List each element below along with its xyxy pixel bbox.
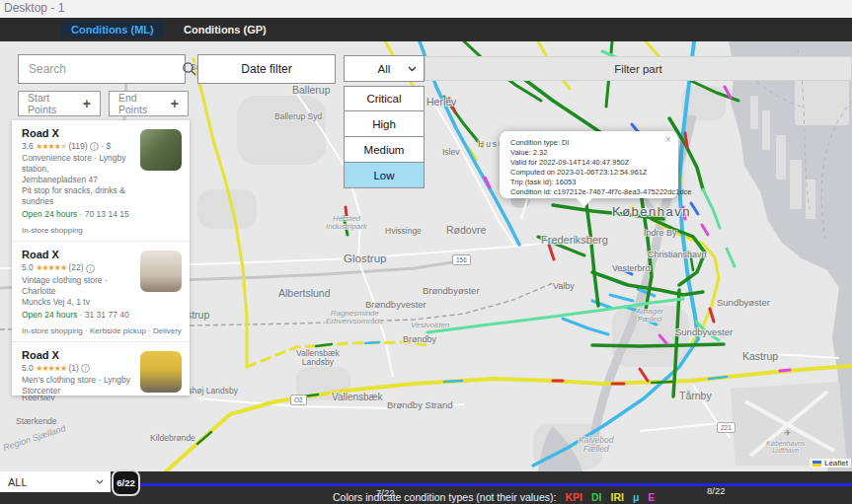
- map-label-staerkende: Stærkende: [16, 417, 57, 426]
- search-box: [18, 54, 186, 84]
- opening-hours: Open 24 hours · 70 13 14 15: [22, 208, 132, 220]
- map-label-ballerup: Ballerup: [292, 85, 331, 96]
- date-filter-button[interactable]: Date filter: [197, 54, 336, 84]
- map-label-islev: Islev: [442, 148, 459, 157]
- listing-tags: In-store shopping · Kerbside pickup · De…: [22, 326, 182, 335]
- map-label-ragnesminde: Ragnesminde Erhvervsområde: [326, 310, 384, 326]
- list-item[interactable]: Road X 3.6 ★★★★★ (119) i · $ Convenience…: [12, 120, 190, 241]
- road-badge-221: 221: [717, 422, 736, 433]
- end-points-button[interactable]: End Points +: [109, 91, 189, 116]
- list-item[interactable]: Road X 5.0 ★★★★★ (22) i Vintage clothing…: [12, 241, 190, 340]
- tooltip-tail: [577, 198, 592, 207]
- ukraine-flag-icon: [813, 461, 821, 467]
- condition-tooltip: × Condition type: DI Value: 2.32 Valid f…: [500, 131, 678, 198]
- map-label-brondby-strand: Brøndby Strand: [387, 400, 453, 410]
- map-canvas[interactable]: Smørum Ballerup Ballerup Syd Herlev Isle…: [0, 41, 852, 471]
- trip-filter-select[interactable]: ALL: [0, 471, 111, 492]
- map-label-kobenhavn: København: [612, 205, 691, 219]
- search-results-panel: Road X 3.6 ★★★★★ (119) i · $ Convenience…: [12, 120, 190, 396]
- chevron-down-icon: [408, 66, 417, 72]
- map-attribution: Leaflet: [810, 459, 851, 468]
- map-label-rodovre: Rødovre: [446, 225, 486, 236]
- window-title: Desktop - 1: [4, 1, 64, 15]
- severity-dropdown-menu: Critical High Medium Low: [344, 86, 425, 188]
- severity-option-high[interactable]: High: [344, 111, 425, 137]
- map-label-brondby: Brøndby: [403, 335, 436, 344]
- tab-conditions-gp[interactable]: Conditions (GP): [174, 21, 276, 38]
- map-label-amager-faelled: Amager Fælled: [636, 308, 663, 324]
- airport-icon: ✈: [784, 428, 792, 438]
- map-label-lufthavn: Københavns Lufthavn: [766, 440, 805, 455]
- legend-e: E: [648, 491, 655, 503]
- timeline-tick: 8/22: [707, 485, 726, 496]
- map-label-taarnby: Tårnby: [679, 391, 712, 401]
- road-badge-156: 156: [452, 254, 471, 265]
- star-icons: ★★★★: [36, 142, 60, 151]
- legend-iri: IRI: [610, 491, 623, 503]
- tooltip-value: Value: 2.32: [510, 148, 669, 158]
- info-icon[interactable]: i: [81, 364, 90, 373]
- star-icons: ★★★★★: [36, 263, 66, 272]
- legend-mu: μ: [633, 491, 639, 503]
- timeline-slider-track[interactable]: [139, 483, 852, 486]
- map-label-indre-by: Indre By: [644, 229, 677, 238]
- listing-thumbnail[interactable]: [140, 351, 182, 393]
- severity-option-medium[interactable]: Medium: [344, 137, 425, 163]
- map-label-kastrup: Kastrup: [742, 351, 778, 362]
- list-item[interactable]: Road X 5.0 ★★★★★ (1) i Men's clothing st…: [12, 341, 190, 396]
- tooltip-trip-id: Trip (task id): 16053: [510, 178, 669, 187]
- map-label-albertslund: Albertslund: [278, 288, 331, 299]
- map-label-glostrup: Glostrup: [344, 252, 386, 264]
- map-label-ishoj-landsby: Ishøj Landsby: [186, 387, 238, 396]
- legend-label: Colors indicate condition types (not the…: [333, 491, 556, 503]
- window-titlebar: Desktop - 1: [0, 0, 852, 18]
- severity-select-value: All: [378, 63, 391, 75]
- listing-tags: In-store shopping: [22, 226, 182, 235]
- tooltip-valid-for: Valid for 2022-09-14T14:40:47.950Z: [510, 158, 669, 168]
- leaflet-link[interactable]: Leaflet: [824, 459, 848, 468]
- legend-di: DI: [591, 491, 602, 503]
- map-label-vallensbaek: Vallensbæk: [332, 393, 383, 403]
- tab-conditions-ml[interactable]: Conditions (ML): [61, 21, 164, 38]
- map-label-hersted: Hersted Industripark: [326, 215, 367, 232]
- tooltip-condition-id: Condition id: c197212e-7467-4f7c-8ea3-47…: [510, 187, 669, 197]
- plus-icon: +: [171, 96, 179, 111]
- map-label-hvissinge: Hvissinge: [385, 227, 422, 236]
- close-icon[interactable]: ×: [665, 133, 671, 145]
- map-label-herlev: Herlev: [426, 97, 456, 108]
- plus-icon: +: [83, 96, 91, 111]
- map-label-vestvolden: Vestvolden: [411, 322, 449, 329]
- timeline-bar: ALL 6/22 7/22 8/22 Colors indicate condi…: [0, 471, 852, 504]
- map-label-kalvebod-faelled: Kalvebod Fælled: [579, 436, 613, 454]
- legend-kpi: KPI: [565, 491, 582, 503]
- map-label-valby: Valby: [553, 282, 575, 291]
- map-label-vesterbro: Vesterbro: [612, 264, 651, 273]
- map-label-sundbyvester: Sundbyvester: [675, 327, 733, 337]
- severity-option-critical[interactable]: Critical: [344, 86, 425, 111]
- map-label-christianshavn: Christianshavn: [648, 251, 707, 259]
- map-label-ballerup-syd: Ballerup Syd: [274, 112, 322, 121]
- filter-part-button[interactable]: Filter part: [425, 56, 852, 81]
- start-points-button[interactable]: Start Points +: [18, 91, 101, 116]
- chevron-down-icon: [96, 479, 104, 484]
- search-input[interactable]: [19, 62, 182, 76]
- map-label-sundbyoster: Sundbyøster: [717, 298, 770, 308]
- listing-thumbnail[interactable]: [140, 129, 182, 171]
- tab-bar: Conditions (ML) Conditions (GP): [0, 18, 852, 41]
- severity-select[interactable]: All: [344, 55, 425, 82]
- info-icon[interactable]: i: [86, 264, 95, 273]
- opening-hours: Open 24 hours · 31 31 77 40: [22, 309, 132, 321]
- listing-thumbnail[interactable]: [140, 251, 182, 292]
- tooltip-computed-on: Computed on 2023-01-06T23:12:54.961Z: [510, 168, 669, 178]
- severity-option-low[interactable]: Low: [344, 163, 425, 188]
- info-icon[interactable]: i: [90, 142, 99, 151]
- timeline-slider-handle[interactable]: 6/22: [112, 469, 140, 496]
- search-icon[interactable]: [182, 61, 197, 77]
- map-label-kildebronde: Kildebrønde: [150, 434, 195, 443]
- road-badge-o2: O2: [290, 395, 307, 405]
- star-icons: ★★★★★: [36, 364, 66, 373]
- map-label-vallensbaek-landsby: Vallensbæk Landsby: [296, 349, 340, 367]
- map-label-frederiksberg: Frederiksberg: [541, 235, 608, 247]
- tooltip-condition-type: Condition type: DI: [510, 138, 669, 148]
- legend: Colors indicate condition types (not the…: [333, 491, 655, 503]
